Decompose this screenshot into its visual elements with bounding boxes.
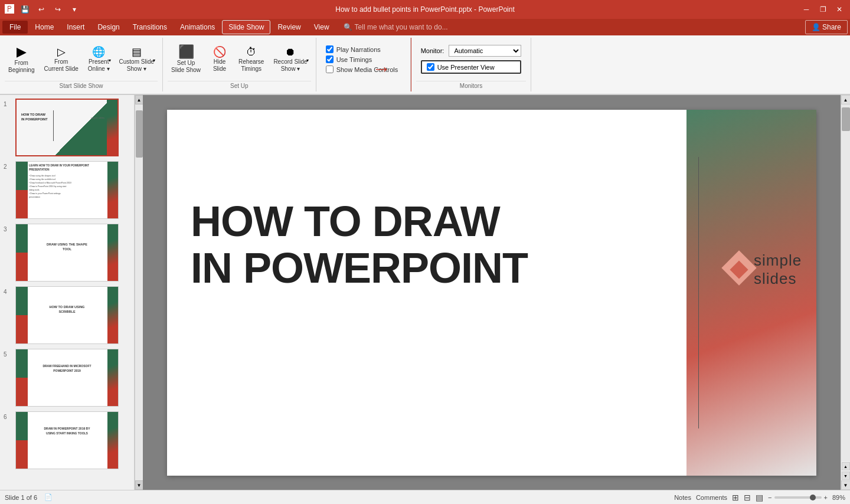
presenter-view-checkbox[interactable] — [427, 63, 434, 71]
checkbox-play-narrations[interactable] — [326, 45, 334, 53]
scroll-thumb[interactable] — [842, 107, 850, 131]
menu-animations[interactable]: Animations — [174, 21, 221, 34]
btn-custom-show[interactable]: ▤ Custom SlideShow ▾ — [116, 44, 158, 75]
window-title: How to add bullet points in PowerPoint.p… — [335, 5, 515, 14]
slide-number-3: 3 — [4, 224, 12, 233]
menu-home[interactable]: Home — [29, 21, 60, 34]
menu-transitions[interactable]: Transitions — [127, 21, 173, 34]
custom-show-icon: ▤ — [132, 47, 142, 57]
slide-thumb-5[interactable]: 5 DRAW FREEHAND IN MICROSOFTPOWERPOINT 2… — [2, 348, 132, 408]
status-bar: Slide 1 of 6 📄 Notes Comments ⊞ ⊟ ▤ − + … — [0, 490, 850, 504]
zoom-out-btn[interactable]: − — [768, 494, 771, 501]
view-normal-icon[interactable]: ⊞ — [732, 493, 739, 502]
scroll-mini-btns: ▲ ▼ — [841, 462, 851, 480]
btn-record[interactable]: ⏺ Record SlideShow ▾ — [270, 44, 310, 75]
slide-thumb-3[interactable]: 3 DRAW USING THE SHAPETOOL — [2, 222, 132, 283]
panel-scroll-up[interactable]: ▲ — [135, 95, 143, 104]
slide-logo-area: simple slides — [722, 251, 816, 288]
arrow-annotation: → — [372, 58, 391, 80]
status-right: Notes Comments ⊞ ⊟ ▤ − + 89% — [674, 493, 845, 502]
btn-from-current[interactable]: ▷ FromCurrent Slide — [40, 44, 81, 75]
thumb-img-1: HOW TO DRAWIN POWERPOINT simple slides — [15, 99, 119, 156]
menu-file[interactable]: File — [2, 21, 28, 34]
slide-main-title[interactable]: HOW TO DRAW IN POWERPOINT — [191, 198, 692, 292]
thumb-img-5: DRAW FREEHAND IN MICROSOFTPOWERPOINT 201… — [15, 349, 119, 407]
customize-btn[interactable]: ▾ — [68, 4, 80, 15]
check-play-narrations[interactable]: Play Narrations — [326, 45, 398, 53]
close-btn[interactable]: ✕ — [833, 4, 845, 15]
monitor-row: Monitor: Automatic Primary Monitor Secon… — [421, 45, 522, 57]
slide-canvas: HOW TO DRAW IN POWERPOINT simple slides — [167, 110, 816, 476]
monitor-select[interactable]: Automatic Primary Monitor Secondary Moni… — [449, 45, 521, 57]
presenter-view-btn[interactable]: Use Presenter View — [421, 60, 522, 74]
btn-present-online[interactable]: 🌐 PresentOnline ▾ — [84, 44, 113, 75]
slide-deco-right — [686, 110, 816, 476]
save-btn[interactable]: 💾 — [19, 4, 31, 15]
panel-scroll-thumb[interactable] — [136, 110, 143, 158]
menu-review[interactable]: Review — [272, 21, 306, 34]
thumb-img-4: HOW TO DRAW USINGSCRIBBLE — [15, 286, 119, 344]
slide-thumb-2[interactable]: 2 LEARN HOW TO DRAW IN YOUR POWERPOINT P… — [2, 160, 132, 220]
ribbon: File Home Insert Design Transitions Anim… — [0, 19, 850, 95]
slide-icon[interactable]: 📄 — [44, 493, 53, 501]
logo-text: simple slides — [754, 251, 816, 288]
setup-icon: ⬛ — [178, 45, 194, 58]
redo-btn[interactable]: ↪ — [52, 4, 64, 15]
scroll-down-btn[interactable]: ▼ — [841, 480, 851, 490]
right-scrollbar[interactable]: ▲ ▲ ▼ ▼ — [841, 95, 850, 490]
checkbox-show-media[interactable] — [326, 66, 334, 73]
slide-title-line1: HOW TO DRAW — [191, 198, 692, 245]
search-bar[interactable]: Tell me what you want to do... — [355, 23, 448, 31]
slide-thumb-1[interactable]: 1 HOW TO DRAWIN POWERPOINT simple slides — [2, 97, 132, 158]
group-monitors-label: Monitors — [416, 81, 527, 90]
thumb-img-3: DRAW USING THE SHAPETOOL — [15, 224, 119, 282]
presenter-view-label: Use Presenter View — [437, 64, 495, 71]
minimize-btn[interactable]: ─ — [800, 4, 812, 15]
group-monitors: Monitor: Automatic Primary Monitor Secon… — [411, 38, 532, 91]
slide-panel-container: 1 HOW TO DRAWIN POWERPOINT simple slides… — [0, 95, 143, 490]
restore-btn[interactable]: ❐ — [817, 4, 829, 15]
panel-scrollbar[interactable]: ▲ ▼ — [135, 95, 143, 490]
record-icon: ⏺ — [285, 47, 296, 57]
from-beginning-icon: ▶ — [17, 45, 27, 58]
view-reading-icon[interactable]: ▤ — [756, 493, 763, 502]
panel-scroll-down[interactable]: ▼ — [135, 480, 143, 490]
status-left: Slide 1 of 6 📄 — [5, 493, 53, 501]
btn-rehearse[interactable]: ⏱ RehearseTimings — [235, 44, 267, 75]
scroll-mid-up[interactable]: ▲ — [842, 462, 850, 470]
slide-thumb-4[interactable]: 4 HOW TO DRAW USINGSCRIBBLE — [2, 285, 132, 345]
group-setup-content: ⬛ Set UpSlide Show 🚫 HideSlide ⏱ Rehears… — [168, 39, 311, 80]
group-captions-content: Play Narrations Use Timings Show Media C… — [321, 39, 406, 80]
monitors-section: Monitor: Automatic Primary Monitor Secon… — [416, 42, 527, 76]
zoom-value[interactable]: 89% — [832, 494, 845, 501]
slide-edit-area: HOW TO DRAW IN POWERPOINT simple slides — [143, 95, 841, 490]
slide-thumb-6[interactable]: 6 DRAW IN POWERPOINT 2016 BYUSING START … — [2, 410, 132, 470]
thumb-img-6: DRAW IN POWERPOINT 2016 BYUSING START IN… — [15, 411, 119, 469]
btn-setup-label: Set UpSlide Show — [171, 60, 201, 74]
group-start-content: ▶ FromBeginning ▷ FromCurrent Slide 🌐 Pr… — [5, 39, 158, 80]
scroll-up-btn[interactable]: ▲ — [841, 95, 851, 104]
menu-insert[interactable]: Insert — [61, 21, 90, 34]
undo-btn[interactable]: ↩ — [35, 4, 47, 15]
btn-hide-slide[interactable]: 🚫 HideSlide — [207, 44, 233, 75]
slide-number-4: 4 — [4, 286, 12, 295]
zoom-slider[interactable] — [774, 496, 822, 499]
btn-from-beginning[interactable]: ▶ FromBeginning — [5, 43, 38, 76]
menu-view[interactable]: View — [308, 21, 335, 34]
rehearse-icon: ⏱ — [246, 47, 257, 57]
title-bar: 🅿 💾 ↩ ↪ ▾ How to add bullet points in Po… — [0, 0, 850, 19]
zoom-in-btn[interactable]: + — [824, 494, 828, 501]
group-setup-label: Set Up — [168, 81, 311, 90]
menu-slideshow[interactable]: Slide Show — [222, 20, 270, 34]
checkbox-use-timings[interactable] — [326, 55, 334, 63]
comments-btn[interactable]: Comments — [696, 494, 727, 501]
notes-btn[interactable]: Notes — [674, 494, 691, 501]
btn-record-label: Record SlideShow ▾ — [273, 58, 307, 73]
menu-design[interactable]: Design — [91, 21, 125, 34]
zoom-thumb[interactable] — [810, 495, 816, 500]
menu-bar: File Home Insert Design Transitions Anim… — [0, 19, 850, 35]
share-btn[interactable]: 👤 Share — [805, 20, 848, 34]
scroll-mid-down[interactable]: ▼ — [842, 472, 850, 480]
btn-setup-slideshow[interactable]: ⬛ Set UpSlide Show — [168, 43, 204, 76]
view-grid-icon[interactable]: ⊟ — [744, 493, 751, 502]
